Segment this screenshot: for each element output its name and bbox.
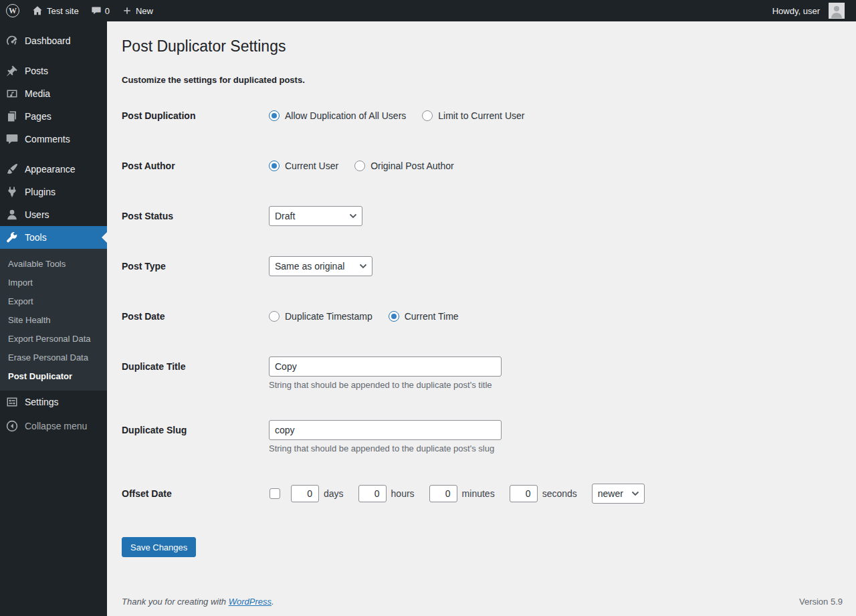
duplicate-title-input[interactable] — [269, 356, 502, 377]
radio-option-limit-current-user[interactable]: Limit to Current User — [422, 110, 524, 121]
duplicate-timestamp-radio[interactable] — [269, 311, 280, 322]
current-user-radio[interactable] — [269, 161, 280, 171]
radio-option-original-post-author[interactable]: Original Post Author — [354, 161, 454, 171]
radio-option-current-user[interactable]: Current User — [269, 161, 338, 171]
radio-label: Limit to Current User — [438, 110, 524, 121]
wordpress-logo-menu[interactable]: W — [0, 0, 25, 21]
submenu-item-export-personal-data[interactable]: Export Personal Data — [0, 329, 107, 348]
post-duplication-row: Post Duplication Allow Duplication of Al… — [122, 90, 843, 140]
sidebar-item-label: Appearance — [25, 163, 76, 176]
duplicate-title-row: Duplicate Title String that should be ap… — [122, 341, 843, 405]
site-name-link[interactable]: Test site — [25, 0, 85, 21]
offset-hours-input[interactable] — [358, 485, 387, 502]
post-duplication-label: Post Duplication — [122, 106, 269, 126]
radio-option-allow-all-users[interactable]: Allow Duplication of All Users — [269, 110, 406, 121]
my-account-menu[interactable]: Howdy, user — [766, 0, 851, 21]
submenu-item-export[interactable]: Export — [0, 292, 107, 310]
post-status-label: Post Status — [122, 206, 269, 226]
comments-admin-bar-link[interactable]: 0 — [85, 0, 116, 21]
sidebar-item-label: Comments — [25, 132, 70, 146]
pages-icon — [5, 110, 19, 123]
duplicate-slug-label: Duplicate Slug — [122, 420, 269, 440]
submenu-item-import[interactable]: Import — [0, 273, 107, 292]
sidebar-item-media[interactable]: Media — [0, 82, 107, 105]
settings-icon — [5, 395, 19, 409]
radio-option-duplicate-timestamp[interactable]: Duplicate Timestamp — [269, 311, 372, 322]
admin-sidebar: Dashboard Posts Media Pages Comments — [0, 21, 107, 616]
post-type-select[interactable]: Same as original — [269, 256, 372, 276]
offset-seconds-input[interactable] — [510, 485, 538, 502]
duplicate-slug-row: Duplicate Slug String that should be app… — [122, 405, 843, 468]
offset-minutes-input[interactable] — [429, 485, 457, 502]
collapse-menu-label: Collapse menu — [25, 419, 87, 433]
menu-separator — [0, 150, 107, 158]
sidebar-item-users[interactable]: Users — [0, 203, 107, 226]
tools-submenu: Available Tools Import Export Site Healt… — [0, 249, 107, 391]
page-intro: Customize the settings for duplicated po… — [122, 75, 843, 85]
main-content: Post Duplicator Settings Customize the s… — [107, 0, 856, 616]
sidebar-item-dashboard[interactable]: Dashboard — [0, 29, 107, 52]
submenu-item-available-tools[interactable]: Available Tools — [0, 254, 107, 273]
duplicate-title-description: String that should be appended to the du… — [269, 380, 502, 390]
sidebar-item-appearance[interactable]: Appearance — [0, 158, 107, 181]
duplicate-slug-input[interactable] — [269, 420, 502, 440]
radio-label: Duplicate Timestamp — [285, 311, 372, 322]
sidebar-item-plugins[interactable]: Plugins — [0, 181, 107, 203]
sidebar-item-label: Plugins — [25, 185, 56, 199]
offset-direction-select[interactable]: newer — [592, 484, 645, 504]
sidebar-item-settings[interactable]: Settings — [0, 391, 107, 413]
offset-date-checkbox[interactable] — [270, 488, 280, 499]
sidebar-item-pages[interactable]: Pages — [0, 105, 107, 128]
howdy-text: Howdy, user — [772, 6, 820, 16]
sidebar-item-label: Posts — [25, 64, 48, 78]
days-unit-label: days — [324, 488, 344, 499]
wordpress-link[interactable]: WordPress — [229, 597, 272, 607]
menu-separator — [0, 52, 107, 60]
current-time-radio[interactable] — [389, 311, 399, 322]
submenu-item-erase-personal-data[interactable]: Erase Personal Data — [0, 348, 107, 367]
save-changes-button[interactable]: Save Changes — [122, 537, 196, 557]
radio-label: Current Time — [405, 311, 459, 322]
submenu-item-site-health[interactable]: Site Health — [0, 310, 107, 329]
allow-all-users-radio[interactable] — [269, 110, 280, 121]
comments-count: 0 — [105, 6, 110, 16]
submenu-item-post-duplicator[interactable]: Post Duplicator — [0, 367, 107, 385]
post-type-label: Post Type — [122, 256, 269, 276]
settings-form: Post Duplication Allow Duplication of Al… — [122, 90, 843, 557]
sidebar-item-label: Media — [25, 87, 50, 100]
page-title: Post Duplicator Settings — [122, 37, 843, 59]
pin-icon — [5, 64, 19, 78]
footer-thanks-prefix: Thank you for creating with — [122, 597, 229, 607]
post-type-row: Post Type Same as original — [122, 241, 843, 291]
limit-current-user-radio[interactable] — [422, 110, 433, 121]
wordpress-logo-icon: W — [6, 4, 19, 17]
sidebar-item-label: Dashboard — [25, 34, 71, 47]
version-text: Version 5.9 — [799, 597, 843, 607]
offset-days-input[interactable] — [291, 485, 319, 502]
post-date-label: Post Date — [122, 306, 269, 326]
sidebar-item-label: Settings — [25, 395, 59, 409]
post-author-label: Post Author — [122, 156, 269, 176]
footer-thanks-suffix: . — [272, 597, 274, 607]
new-content-menu[interactable]: New — [116, 0, 159, 21]
radio-label: Allow Duplication of All Users — [285, 110, 406, 121]
offset-date-label: Offset Date — [122, 484, 269, 504]
sidebar-item-label: Pages — [25, 110, 51, 123]
sidebar-item-label: Tools — [25, 231, 47, 244]
media-icon — [5, 87, 19, 100]
comments-icon — [5, 132, 19, 146]
sidebar-item-posts[interactable]: Posts — [0, 60, 107, 82]
post-author-row: Post Author Current User Original Post A… — [122, 140, 843, 191]
sidebar-item-tools[interactable]: Tools — [0, 226, 107, 249]
radio-label: Original Post Author — [370, 161, 454, 171]
original-post-author-radio[interactable] — [354, 161, 365, 171]
radio-option-current-time[interactable]: Current Time — [389, 311, 459, 322]
sidebar-item-comments[interactable]: Comments — [0, 128, 107, 150]
wordpress-logo-letter: W — [9, 6, 17, 16]
plus-icon — [122, 5, 132, 16]
collapse-menu-button[interactable]: Collapse menu — [0, 415, 107, 437]
post-status-select[interactable]: Draft — [269, 206, 362, 226]
hours-unit-label: hours — [391, 488, 415, 499]
plug-icon — [5, 185, 19, 199]
new-label: New — [136, 6, 153, 16]
